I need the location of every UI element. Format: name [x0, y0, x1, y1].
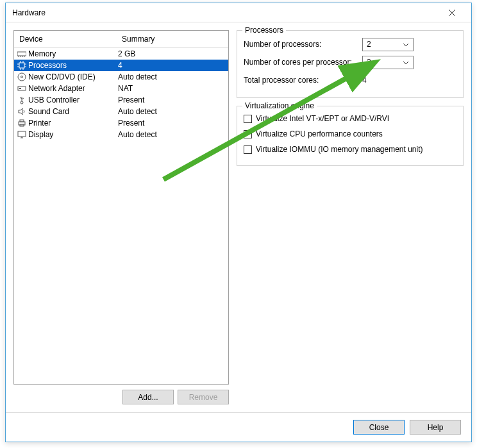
cores-per-processor-row: Number of cores per processor: 2 [244, 55, 456, 69]
device-row-display[interactable]: DisplayAuto detect [14, 129, 228, 140]
svg-point-20 [21, 101, 23, 104]
device-summary: Present [118, 95, 228, 104]
chevron-down-icon [401, 58, 410, 67]
cores-per-processor-dropdown[interactable]: 2 [362, 56, 414, 69]
close-icon [448, 9, 456, 17]
device-summary: NAT [118, 84, 228, 93]
total-cores-label: Total processor cores: [244, 76, 362, 85]
processors-group-title: Processors [242, 26, 286, 35]
close-button[interactable]: Close [353, 420, 405, 435]
device-row-printer[interactable]: PrinterPresent [14, 117, 228, 129]
usb-icon [17, 95, 27, 105]
add-button[interactable]: Add... [122, 390, 174, 404]
remove-button: Remove [178, 390, 229, 404]
svg-rect-27 [18, 131, 26, 137]
device-rows-container: Memory2 GBProcessors4New CD/DVD (IDE)Aut… [14, 48, 228, 140]
svg-rect-19 [19, 88, 21, 89]
display-icon [17, 129, 27, 140]
cores-per-processor-value: 2 [367, 58, 401, 67]
device-name: New CD/DVD (IDE) [28, 72, 118, 81]
svg-rect-7 [19, 63, 24, 68]
content-area: Device Summary Memory2 GBProcessors4New … [6, 22, 471, 412]
printer-icon [17, 118, 27, 128]
virtualization-group: Virtualization engine Virtualize Intel V… [237, 106, 464, 166]
virt-intel-row[interactable]: Virtualize Intel VT-x/EPT or AMD-V/RVI [244, 113, 456, 124]
virt-iommu-row[interactable]: Virtualize IOMMU (IO memory management u… [244, 144, 456, 155]
svg-rect-25 [20, 120, 24, 122]
left-panel: Device Summary Memory2 GBProcessors4New … [13, 30, 229, 404]
close-window-button[interactable] [439, 4, 465, 22]
window-title: Hardware [12, 8, 439, 17]
summary-column-header[interactable]: Summary [117, 31, 228, 47]
device-summary: Auto detect [118, 72, 228, 81]
device-summary: 4 [118, 61, 228, 70]
device-row-sound-card[interactable]: Sound CardAuto detect [14, 106, 228, 117]
device-name: Processors [28, 61, 118, 70]
disc-icon [17, 72, 27, 82]
virt-iommu-checkbox[interactable] [244, 145, 252, 154]
num-processors-value: 2 [367, 40, 401, 49]
device-name: Network Adapter [28, 84, 118, 93]
device-name: Display [28, 130, 118, 139]
svg-point-16 [18, 73, 26, 81]
total-cores-value: 4 [362, 76, 456, 85]
cores-per-processor-label: Number of cores per processor: [244, 58, 362, 67]
svg-point-17 [21, 76, 23, 78]
num-processors-row: Number of processors: 2 [244, 37, 456, 51]
processors-group: Processors Number of processors: 2 Numbe… [237, 30, 464, 98]
device-summary: Auto detect [118, 107, 228, 116]
device-row-memory[interactable]: Memory2 GB [14, 48, 228, 60]
virtualization-group-title: Virtualization engine [242, 101, 317, 110]
hardware-dialog: Hardware Device Summary Memory2 GBProces… [5, 3, 472, 442]
chevron-down-icon [401, 40, 410, 49]
device-list-buttons: Add... Remove [13, 390, 229, 404]
memory-icon [17, 49, 27, 59]
virt-perfcounters-row[interactable]: Virtualize CPU performance counters [244, 128, 456, 140]
bottom-bar: Close Help [6, 412, 471, 442]
device-name: USB Controller [28, 95, 118, 104]
num-processors-label: Number of processors: [244, 40, 362, 49]
device-name: Printer [28, 119, 118, 128]
titlebar: Hardware [6, 3, 471, 22]
device-name: Memory [28, 49, 118, 58]
device-row-processors[interactable]: Processors4 [14, 60, 228, 71]
device-row-new-cd-dvd-ide-[interactable]: New CD/DVD (IDE)Auto detect [14, 71, 228, 83]
device-list: Device Summary Memory2 GBProcessors4New … [13, 30, 229, 385]
help-button[interactable]: Help [410, 420, 461, 435]
right-panel: Processors Number of processors: 2 Numbe… [229, 30, 464, 404]
device-row-network-adapter[interactable]: Network AdapterNAT [14, 83, 228, 94]
total-cores-row: Total processor cores: 4 [244, 73, 456, 87]
device-list-header: Device Summary [14, 31, 228, 48]
virt-perfcounters-label: Virtualize CPU performance counters [256, 129, 383, 138]
device-summary: Auto detect [118, 130, 228, 139]
device-summary: Present [118, 119, 228, 128]
virt-perfcounters-checkbox[interactable] [244, 130, 252, 138]
device-summary: 2 GB [118, 49, 228, 58]
virt-intel-checkbox[interactable] [244, 115, 252, 123]
svg-rect-18 [18, 87, 26, 90]
device-name: Sound Card [28, 107, 118, 116]
virt-intel-label: Virtualize Intel VT-x/EPT or AMD-V/RVI [256, 114, 389, 123]
num-processors-dropdown[interactable]: 2 [362, 38, 414, 51]
network-icon [17, 83, 27, 94]
cpu-icon [17, 60, 27, 71]
sound-icon [17, 106, 27, 117]
svg-rect-2 [17, 52, 26, 56]
device-row-usb-controller[interactable]: USB ControllerPresent [14, 94, 228, 106]
virt-iommu-label: Virtualize IOMMU (IO memory management u… [256, 145, 423, 154]
device-column-header[interactable]: Device [14, 31, 117, 47]
